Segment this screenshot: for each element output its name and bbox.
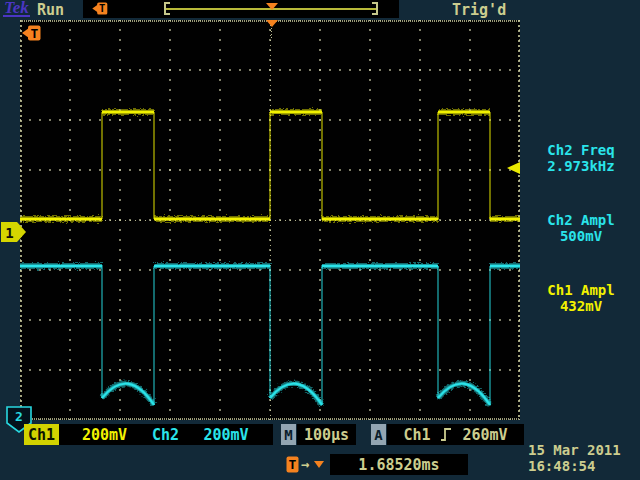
svg-text:T: T bbox=[30, 26, 38, 41]
measurement-ch2-freq: Ch2 Freq 2.973kHz bbox=[522, 142, 640, 174]
time-text: 16:48:54 bbox=[528, 458, 621, 474]
trigger-delay-readout: 1.68520ms bbox=[330, 454, 468, 475]
acquisition-status: Run bbox=[37, 1, 64, 19]
ch1-scale-readout: 200mV bbox=[59, 424, 150, 445]
record-window-brackets bbox=[164, 2, 378, 15]
ch1-channel-tab: Ch1 bbox=[24, 424, 59, 445]
auto-trigger-tag: A bbox=[371, 424, 386, 445]
svg-text:T: T bbox=[289, 457, 297, 472]
oscilloscope-screen: { "brand": "Tek", "status": { "acquisiti… bbox=[0, 0, 640, 480]
trigger-time-marker-icon bbox=[266, 20, 278, 27]
trigger-source-label: Ch1 bbox=[403, 426, 430, 444]
trigger-level-value: 260mV bbox=[462, 426, 507, 444]
tek-brand-logo: Tek bbox=[3, 0, 30, 17]
svg-text:1: 1 bbox=[5, 225, 13, 241]
measurement-label: Ch2 Freq bbox=[522, 142, 640, 158]
ch2-channel-label: Ch2 bbox=[152, 426, 179, 444]
datetime-readout: 15 Mar 2011 16:48:54 bbox=[528, 442, 621, 474]
ch1-trace bbox=[20, 112, 520, 219]
trigger-readout: Ch1 260mV bbox=[387, 424, 524, 445]
measurement-label: Ch2 Ampl bbox=[522, 212, 640, 228]
trigger-time-marker-line bbox=[271, 28, 272, 40]
measurement-value: 500mV bbox=[522, 228, 640, 244]
waveform-display bbox=[20, 20, 520, 420]
trigger-level-arrow-icon bbox=[507, 162, 520, 174]
ch1-ground-marker: 1 bbox=[1, 221, 27, 243]
record-trigger-marker-icon bbox=[266, 3, 278, 10]
trigger-status: Trig'd bbox=[452, 1, 506, 19]
rising-edge-slope-icon bbox=[440, 427, 452, 442]
trigger-delay-icon: T bbox=[286, 456, 299, 473]
measurement-value: 432mV bbox=[522, 298, 640, 314]
svg-text:T: T bbox=[99, 2, 105, 14]
trigger-offscreen-left-icon: T bbox=[22, 25, 41, 41]
trigger-position-icon: T bbox=[92, 2, 108, 15]
ch2-trace bbox=[20, 266, 520, 405]
date-text: 15 Mar 2011 bbox=[528, 442, 621, 458]
timebase-readout: 100µs bbox=[297, 424, 356, 445]
main-timebase-tag: M bbox=[281, 424, 296, 445]
measurement-label: Ch1 Ampl bbox=[522, 282, 640, 298]
measurement-ch1-ampl: Ch1 Ampl 432mV bbox=[522, 282, 640, 314]
delay-arrow-icon: → bbox=[301, 456, 309, 472]
svg-text:2: 2 bbox=[15, 409, 23, 424]
delay-triangle-icon bbox=[314, 461, 324, 468]
ch2-scale-readout: Ch2 200mV bbox=[150, 424, 273, 445]
measurement-value: 2.973kHz bbox=[522, 158, 640, 174]
record-view-bar: T bbox=[83, 0, 399, 18]
ch2-scale-value: 200mV bbox=[203, 426, 248, 444]
measurement-ch2-ampl: Ch2 Ampl 500mV bbox=[522, 212, 640, 244]
